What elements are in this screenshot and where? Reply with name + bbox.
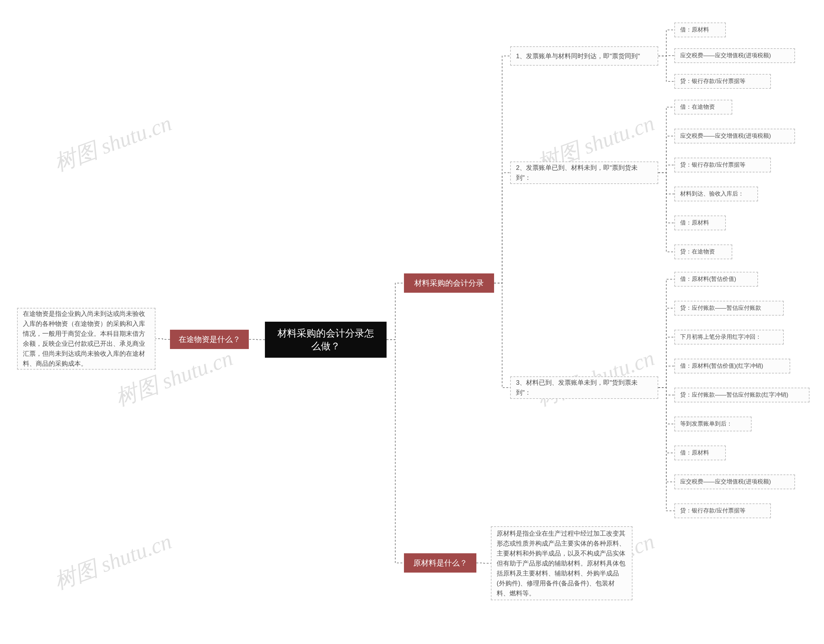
watermark: 树图 shutu.cn — [50, 109, 176, 178]
transit-goods-definition: 在途物资是指企业购入尚未到达或尚未验收入库的各种物资（在途物资）的采购和入库情况… — [17, 308, 155, 370]
case-2-entry-1: 应交税费——应交增值税(进项税额) — [674, 129, 795, 144]
watermark: 树图 shutu.cn — [50, 527, 176, 596]
case-2-entry-0: 借：在途物资 — [674, 100, 732, 115]
branch-transit-goods: 在途物资是什么？ — [170, 330, 249, 349]
case-3-entry-2: 下月初将上笔分录用红字冲回： — [674, 330, 784, 345]
raw-materials-definition: 原材料是指企业在生产过程中经过加工改变其形态或性质并构成产品主要实体的各种原料、… — [491, 526, 632, 600]
case-3-entry-4: 贷：应付账款——暂估应付账款(红字冲销) — [674, 388, 810, 402]
case-3-entry-6: 借：原材料 — [674, 446, 726, 460]
branch-procurement-entries: 材料采购的会计分录 — [404, 273, 494, 293]
case-2-entry-5: 贷：在途物资 — [674, 244, 732, 259]
case-1-entry-1: 应交税费——应交增值税(进项税额) — [674, 48, 795, 63]
case-1-entry-2: 贷：银行存款/应付票据等 — [674, 74, 771, 89]
case-1-entry-0: 借：原材料 — [674, 23, 726, 37]
root-node: 材料采购的会计分录怎么做？ — [265, 322, 387, 358]
case-3-entry-8: 贷：银行存款/应付票据等 — [674, 503, 771, 518]
case-2-entry-4: 借：原材料 — [674, 216, 726, 230]
case-2-entry-2: 贷：银行存款/应付票据等 — [674, 158, 771, 172]
branch-raw-materials: 原材料是什么？ — [404, 553, 477, 573]
case-3-title: 3、材料已到、发票账单未到，即"货到票未到"： — [510, 376, 658, 399]
case-3-entry-7: 应交税费——应交增值税(进项税额) — [674, 474, 795, 489]
case-3-entry-1: 贷：应付账款——暂估应付账款 — [674, 301, 784, 316]
case-3-entry-3: 借：原材料(暂估价值)(红字冲销) — [674, 359, 790, 374]
case-2-title: 2、发票账单已到、材料未到，即"票到货未到"： — [510, 161, 658, 184]
case-3-entry-5: 等到发票账单到后： — [674, 417, 752, 431]
case-3-entry-0: 借：原材料(暂估价值) — [674, 272, 758, 287]
case-1-title: 1、发票账单与材料同时到达，即"票货同到" — [510, 46, 658, 66]
case-2-entry-3: 材料到达、验收入库后： — [674, 187, 758, 201]
